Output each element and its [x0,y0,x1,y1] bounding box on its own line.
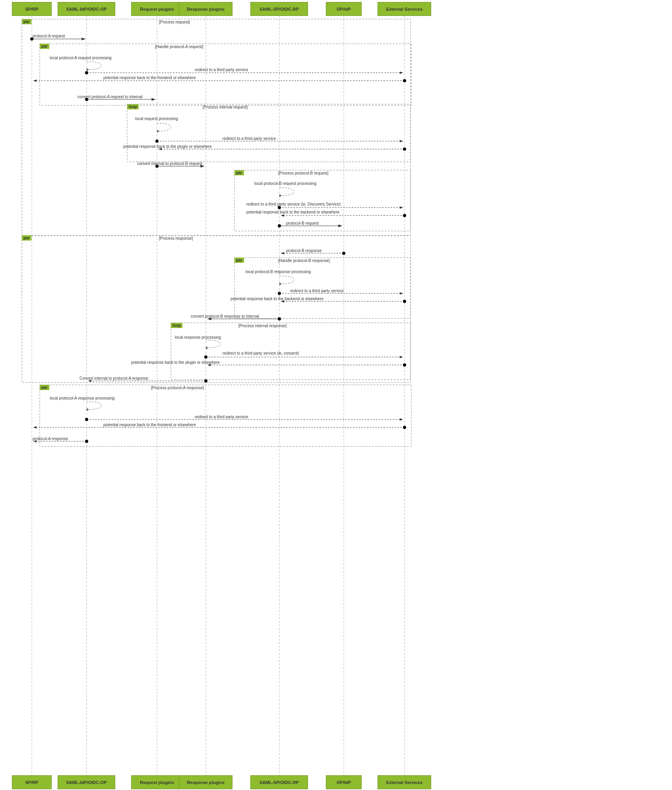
msg-convert-proto-b-resp: convert protocol-B response to internal [191,314,259,318]
svg-point-38 [342,252,345,255]
svg-point-60 [403,426,406,429]
frag-label-loop-internal-resp: loop [171,323,182,328]
svg-point-25 [403,148,406,151]
frag-label-par-proto-b-req: par [234,170,244,175]
actor-saml-idp-top: SAML-IdP/OIDC-OP [58,2,115,16]
svg-point-44 [403,300,406,303]
svg-point-57 [85,418,88,421]
msg-potential-resp-plugin-2: potential response back to the plugin or… [131,360,220,365]
msg-proto-b-response: protocol-B response [286,248,322,253]
svg-point-30 [278,206,281,209]
actor-req-plugins-bottom: Request plugins [131,775,183,789]
msg-redirect-third-party-3: redirect to a third party service [290,289,344,293]
actor-ext-services-top: External Services [378,2,431,16]
svg-point-17 [403,79,406,82]
msg-local-req-proc: local request processing [135,116,178,121]
frag-cond-proto-b-req: [Process protocol-B request] [278,171,328,175]
actor-resp-plugins-top: Response plugins [179,2,232,16]
actor-op-idp-bottom: OP/IdP [326,775,362,789]
actor-resp-plugins-bottom: Response plugins [179,775,232,789]
svg-rect-39 [234,258,411,318]
msg-local-proto-b-resp-proc: local protocol-B response processing [246,270,311,274]
frag-cond-proto-a-resp: [Process protocol-A response] [151,386,204,390]
frag-label-par-handle-b-resp: par [234,258,244,263]
msg-redirect-third-party-2: redirect to a third party service [223,136,276,141]
msg-local-resp-proc: local response processing [175,335,221,340]
msg-potential-resp-frontend-2: potential response back to the frontend … [103,423,196,427]
svg-point-45 [278,317,281,320]
svg-marker-29 [279,194,282,197]
svg-marker-21 [157,130,159,133]
msg-local-proto-a-resp-proc: local protocol-A response processing [50,396,114,400]
msg-redirect-third-party-1: redirect to a third party service [195,68,248,72]
frag-label-par-process-request: par [22,19,31,24]
frag-cond-process-request: [Process request] [159,20,190,24]
arrows-svg [0,0,672,790]
msg-redirect-discovery: redirect to a third party service (ie, D… [246,202,341,206]
msg-local-proto-b-proc: local protocol-B request processing [254,181,316,186]
actor-saml-sp-top: SAML-SP/OIDC-RP [250,2,308,16]
svg-point-49 [204,355,207,359]
svg-rect-28 [234,170,411,231]
svg-point-41 [278,292,281,295]
svg-point-62 [85,440,88,443]
actor-sp-rp-bottom: SP/RP [12,775,52,789]
svg-point-52 [403,363,406,367]
frag-label-par-handle-a: par [40,44,49,49]
sequence-diagram: SP/RP SAML-IdP/OIDC-OP Request plugins R… [0,0,672,790]
msg-convert-to-proto-a-resp: Convert internal to protocol-A response [79,376,148,380]
msg-proto-a-response: protocol-A response [33,437,68,441]
msg-local-proto-a-proc: local protocol-A request processing [50,56,112,60]
actor-op-idp-top: OP/IdP [326,2,362,16]
actor-sp-rp-top: SP/RP [12,2,52,16]
svg-marker-48 [206,346,208,349]
svg-rect-9 [22,19,411,236]
msg-protocol-a-request: protocol-A request [33,34,65,38]
frag-label-par-process-resp: par [22,235,31,241]
msg-potential-resp-backend-1: potential response back to the backend o… [246,210,339,214]
svg-marker-56 [87,408,89,411]
msg-redirect-third-party-4: redirect to a third party service [195,415,248,419]
msg-convert-proto-a: convert protocol-A request to internal [77,95,142,99]
svg-marker-13 [87,68,89,71]
frag-label-loop-internal: loop [127,104,139,109]
frag-cond-handle-b-resp: [Handle protocol-B response] [278,258,330,263]
actor-req-plugins-top: Request plugins [131,2,183,16]
frag-cond-handle-a: [Handle protocol-A request] [155,45,203,49]
frag-cond-process-resp: [Process response] [159,236,193,241]
actor-ext-services-bottom: External Services [378,775,431,789]
msg-convert-to-proto-b: convert internal to protocol-B request [137,161,202,166]
svg-point-33 [403,214,406,217]
msg-potential-resp-plugin-1: potential response back to the plugin or… [123,144,212,149]
frag-cond-internal: [Process internal request] [203,105,248,109]
frag-cond-internal-resp: [Process internal response] [238,324,287,328]
svg-marker-40 [279,282,282,285]
svg-point-22 [155,140,159,143]
frag-label-par-proto-a-resp: par [40,385,49,390]
actor-saml-sp-bottom: SAML-SP/OIDC-RP [250,775,308,789]
svg-rect-20 [127,104,411,162]
svg-point-53 [204,379,207,382]
msg-proto-b-request: protocol-B request [286,221,319,225]
actor-saml-idp-bottom: SAML-IdP/OIDC-OP [58,775,115,789]
msg-redirect-consent: redirect to a third party service (ie, c… [223,351,299,355]
msg-potential-resp-frontend-1: potential response back to the frontend … [103,76,196,80]
svg-point-34 [278,224,281,227]
svg-point-14 [85,71,88,74]
msg-potential-resp-backend-2: potential response back to the backend o… [230,297,323,301]
